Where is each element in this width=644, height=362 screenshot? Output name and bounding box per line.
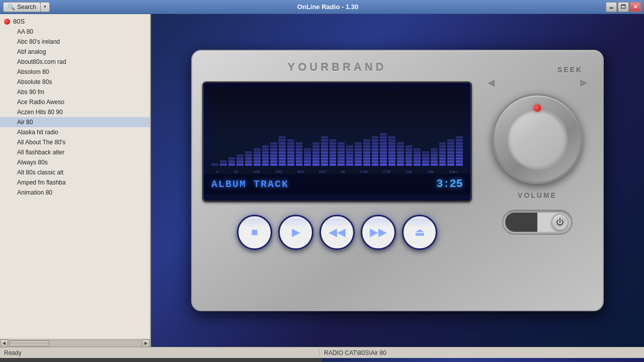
stop-icon: ■ (251, 226, 258, 239)
eq-bar-group (414, 148, 421, 166)
freq-label: 100 (254, 169, 260, 174)
player-left: YOURBRAND 0 30 100 250 400 600 2k (202, 61, 472, 300)
search-label: Search (17, 4, 36, 11)
station-name: Animation 80 (17, 189, 52, 196)
category-dot (4, 19, 10, 25)
station-item[interactable]: All flashback alter (0, 147, 150, 157)
status-path: RADIO CAT\80S\Air 80 (320, 349, 644, 356)
rewind-button[interactable]: ◀◀ (319, 215, 355, 250)
category-item-80s[interactable]: 80S (0, 16, 150, 27)
eq-bar-group (312, 142, 319, 166)
eject-button[interactable]: ⏏ (402, 215, 437, 250)
station-item[interactable]: Amped fm flashba (0, 177, 150, 188)
station-item[interactable]: Aczen Hits 80 90 (0, 107, 150, 117)
station-item[interactable]: Ace Radio Aweso (0, 97, 150, 107)
status-bar: Ready RADIO CAT\80S\Air 80 (0, 347, 644, 358)
window-controls: 🗕 🗖 ✕ (606, 2, 641, 12)
title-bar: 🔍 Search ▼ OnLine Radio - 1.30 🗕 🗖 ✕ (0, 0, 644, 14)
station-name: AA 80 (17, 28, 33, 35)
eq-bar-group (406, 145, 413, 166)
eq-bar-group (346, 145, 353, 166)
station-name: Absolom 80 (17, 68, 49, 75)
power-thumb: ⏻ (551, 214, 569, 231)
station-item[interactable]: All About The 80's (0, 137, 150, 147)
track-time: 3:25 (436, 178, 463, 191)
station-name: Aczen Hits 80 90 (17, 109, 63, 116)
player-right: SEEK ◀ ▶ VOLUME ⏻ (482, 61, 593, 300)
eq-bar-group (211, 163, 218, 166)
rewind-icon: ◀◀ (329, 226, 346, 239)
search-area: 🔍 Search ▼ (3, 2, 50, 12)
play-button[interactable]: ▶ (278, 215, 313, 250)
station-item[interactable]: Always 80s (0, 157, 150, 167)
stop-button[interactable]: ■ (237, 215, 272, 250)
station-item[interactable]: Abf analog (0, 47, 150, 57)
eq-bar-group (422, 151, 429, 166)
freq-label: 7.5k (383, 169, 390, 174)
station-item-selected[interactable]: Air 80 (0, 117, 150, 127)
close-button[interactable]: ✕ (630, 2, 641, 12)
eq-bar-group (456, 136, 463, 166)
track-info: ALBUM TRACK 3:25 (204, 174, 470, 195)
window-title: OnLine Radio - 1.30 (50, 3, 606, 11)
status-ready: Ready (0, 349, 320, 356)
freq-label: 12k (406, 169, 412, 174)
brand-text: YOURBRAND (202, 61, 472, 74)
station-item[interactable]: AA 80 (0, 27, 150, 37)
power-track: ⏻ (505, 213, 570, 232)
horizontal-scrollbar[interactable]: ◀ ▶ (0, 339, 150, 347)
station-name: Amped fm flashba (17, 179, 66, 186)
knob-outer (492, 94, 583, 184)
station-item[interactable]: Alt 80s classic alt (0, 167, 150, 177)
station-item[interactable]: Abc 80's ireland (0, 37, 150, 47)
scroll-thumb[interactable] (9, 340, 49, 346)
minimize-button[interactable]: 🗕 (606, 2, 617, 12)
knob-indicator-dot (534, 105, 541, 112)
eq-bar-group (380, 133, 387, 166)
volume-knob[interactable] (492, 94, 583, 184)
fast-forward-button[interactable]: ▶▶ (361, 215, 396, 250)
eq-bar-group (439, 142, 446, 166)
eq-bar-group (355, 142, 362, 166)
scroll-right-button[interactable]: ▶ (142, 339, 150, 347)
station-name: All About The 80's (17, 139, 65, 146)
station-item[interactable]: Absolom 80 (0, 67, 150, 77)
station-item[interactable]: About80s.com rad (0, 57, 150, 67)
eq-bar-group (228, 157, 235, 166)
bottom-bar: Online Radio (0, 358, 644, 362)
bottom-radio-label: Online Radio (384, 359, 582, 363)
eq-bar-group (262, 145, 269, 166)
station-item[interactable]: Animation 80 (0, 188, 150, 198)
freq-label: 600 (319, 169, 326, 174)
eq-bar-group (338, 142, 345, 166)
freq-label: 4.5k (360, 169, 368, 174)
scroll-left-button[interactable]: ◀ (0, 339, 8, 347)
power-toggle[interactable]: ⏻ (502, 210, 573, 235)
search-button[interactable]: 🔍 Search (3, 2, 41, 12)
station-list[interactable]: 80S AA 80 Abc 80's ireland Abf analog (0, 14, 150, 339)
maximize-button[interactable]: 🗖 (618, 2, 629, 12)
station-name: All flashback alter (17, 149, 64, 156)
station-name: About80s.com rad (17, 58, 66, 65)
scroll-track[interactable] (9, 340, 141, 347)
category-label: 80S (13, 18, 25, 25)
station-item[interactable]: Absolute 80s (0, 77, 150, 87)
eq-bar-group (304, 148, 311, 166)
search-dropdown-button[interactable]: ▼ (41, 2, 50, 12)
knob-inner (507, 109, 568, 169)
station-item[interactable]: Alaska hit radio (0, 127, 150, 137)
player-body: YOURBRAND 0 30 100 250 400 600 2k (191, 50, 604, 311)
eq-bar-group (236, 154, 244, 166)
seek-label: SEEK (557, 66, 583, 74)
station-list-container: 80S AA 80 Abc 80's ireland Abf analog (0, 14, 150, 339)
eq-bar-group (397, 142, 404, 166)
eq-bar-group (245, 151, 252, 166)
freq-label: 400 (297, 169, 303, 174)
eq-bar-group (321, 136, 328, 166)
seek-arrows: ◀ ▶ (487, 76, 588, 88)
eq-bar-group (296, 142, 303, 166)
right-panel: YOURBRAND 0 30 100 250 400 600 2k (151, 14, 644, 347)
station-item[interactable]: Abs 90 fm (0, 87, 150, 97)
play-icon: ▶ (292, 226, 300, 239)
station-name: Abs 90 fm (17, 88, 44, 96)
